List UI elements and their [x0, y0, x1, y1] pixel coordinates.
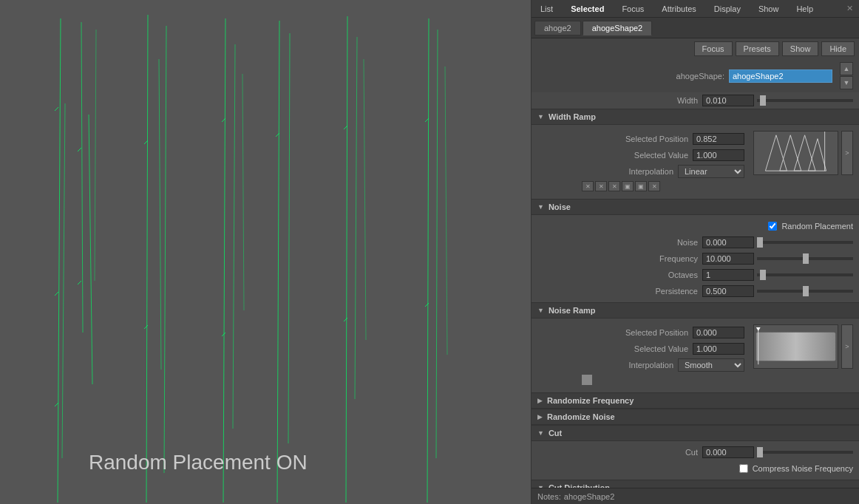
- svg-rect-40: [756, 333, 835, 361]
- noise-ramp-preview: [753, 324, 838, 369]
- width-ramp-section-content: Selected Position Selected Value Interpo…: [532, 125, 859, 199]
- cut-collapse-icon: ▼: [537, 429, 544, 437]
- random-placement-row: Random Placement: [532, 218, 859, 234]
- cut-val-label: Cut: [537, 448, 702, 457]
- status-bar: Notes: ahogeShape2: [532, 488, 859, 504]
- noise-ramp-section-header[interactable]: ▼ Noise Ramp: [532, 302, 859, 319]
- tab-ahoge2[interactable]: ahoge2: [534, 21, 581, 35]
- presets-button[interactable]: Presets: [736, 41, 779, 56]
- noise-ramp-section-content: Selected Position Selected Value Interpo…: [532, 319, 859, 392]
- close-icon[interactable]: ✕: [846, 4, 853, 13]
- viewport: Random Placement ON: [0, 0, 531, 504]
- svg-line-23: [78, 281, 81, 285]
- noise-section-label: Noise: [549, 202, 571, 211]
- ramp-btn-6[interactable]: ✕: [648, 181, 660, 191]
- width-ramp-params: Selected Position Selected Value Interpo…: [537, 131, 750, 193]
- cut-section-header[interactable]: ▼ Cut: [532, 425, 859, 441]
- svg-line-15: [364, 59, 366, 340]
- noise-ramp-pos-label: Selected Position: [543, 328, 693, 337]
- ramp-btn-2[interactable]: ✕: [595, 181, 607, 191]
- arrow-up-icon[interactable]: ▲: [840, 62, 853, 75]
- octaves-input[interactable]: [702, 269, 754, 281]
- frequency-label: Frequency: [537, 254, 702, 263]
- status-notes-label: Notes:: [537, 492, 561, 501]
- svg-line-18: [445, 67, 447, 355]
- width-ramp-val-label: Selected Value: [543, 151, 693, 160]
- randomize-noise-header[interactable]: ▶ Randomize Noise: [532, 409, 859, 425]
- noise-ramp-val-input[interactable]: [693, 343, 744, 355]
- ramp-btn-5[interactable]: ▣: [635, 181, 647, 191]
- width-ramp-label: Width Ramp: [549, 112, 596, 121]
- frequency-slider[interactable]: [757, 257, 853, 260]
- focus-button[interactable]: Focus: [694, 41, 733, 56]
- width-ramp-pos-input[interactable]: [693, 133, 744, 145]
- noise-ramp-svg: [754, 325, 838, 368]
- menu-show[interactable]: Show: [756, 3, 782, 15]
- svg-line-3: [89, 115, 92, 384]
- cut-section-content: Cut Compress Noise Frequency: [532, 441, 859, 480]
- noise-ramp-navigate[interactable]: >: [841, 324, 853, 369]
- menu-selected[interactable]: Selected: [568, 3, 607, 15]
- ramp-btn-1[interactable]: ✕: [582, 181, 594, 191]
- svg-line-13: [346, 16, 347, 503]
- width-slider[interactable]: [757, 99, 853, 102]
- tab-ahogeshape2[interactable]: ahogeShape2: [583, 21, 653, 35]
- svg-line-4: [95, 30, 96, 281]
- persistence-slider[interactable]: [757, 290, 853, 293]
- shape-name-label: ahogeShape:: [658, 72, 724, 81]
- show-button[interactable]: Show: [782, 41, 819, 56]
- menu-help[interactable]: Help: [793, 3, 816, 15]
- cut-distribution-header[interactable]: ▼ Cut Distribution: [532, 480, 859, 488]
- randomize-noise-arrow-icon: ▶: [537, 413, 543, 420]
- width-ramp-interp-select[interactable]: Linear Smooth Spline Step: [678, 165, 744, 178]
- menu-display[interactable]: Display: [711, 3, 744, 15]
- width-ramp-pos-row: Selected Position: [537, 131, 750, 147]
- noise-val-label: Noise: [537, 238, 702, 247]
- width-input[interactable]: [702, 95, 754, 106]
- menu-focus[interactable]: Focus: [619, 3, 647, 15]
- width-ramp-navigate[interactable]: >: [841, 131, 853, 175]
- menu-attributes[interactable]: Attributes: [659, 3, 699, 15]
- panel-content[interactable]: Width ▼ Width Ramp Selected Position: [532, 92, 859, 488]
- persistence-input[interactable]: [702, 285, 754, 297]
- svg-line-2: [62, 103, 65, 458]
- ramp-btn-4[interactable]: ▣: [622, 181, 634, 191]
- width-ramp-val-row: Selected Value: [537, 147, 750, 163]
- noise-ramp-pos-input[interactable]: [693, 327, 744, 338]
- noise-ramp-indicator[interactable]: [582, 375, 592, 385]
- compress-checkbox[interactable]: [739, 464, 748, 473]
- noise-ramp-params: Selected Position Selected Value Interpo…: [537, 324, 750, 386]
- persistence-row: Persistence: [532, 283, 859, 299]
- arrow-down-icon[interactable]: ▼: [840, 76, 853, 89]
- cut-slider[interactable]: [757, 451, 853, 454]
- menu-list[interactable]: List: [537, 3, 556, 15]
- noise-ramp-interp-select[interactable]: Linear Smooth Spline Step: [678, 358, 744, 372]
- cut-val-row: Cut: [532, 444, 859, 460]
- svg-line-17: [436, 30, 438, 458]
- status-notes-value: ahogeShape2: [564, 492, 615, 501]
- noise-ramp-val-label: Selected Value: [543, 344, 693, 353]
- width-ramp-val-input[interactable]: [693, 149, 744, 161]
- svg-line-7: [164, 26, 166, 473]
- noise-slider[interactable]: [757, 241, 853, 244]
- ramp-btn-3[interactable]: ✕: [608, 181, 620, 191]
- frequency-input[interactable]: [702, 253, 754, 265]
- viewport-label: Random Placement ON: [89, 451, 308, 474]
- width-ramp-interp-row: Interpolation Linear Smooth Spline Step: [537, 163, 750, 180]
- menu-bar: List Selected Focus Attributes Display S…: [532, 0, 859, 18]
- randomize-freq-header[interactable]: ▶ Randomize Frequency: [532, 392, 859, 409]
- svg-line-25: [144, 325, 148, 329]
- hide-button[interactable]: Hide: [821, 41, 855, 56]
- shape-name-input[interactable]: [729, 69, 832, 83]
- svg-line-10: [242, 74, 244, 310]
- noise-section-header[interactable]: ▼ Noise: [532, 199, 859, 215]
- noise-ramp-pos-row: Selected Position: [537, 324, 750, 341]
- width-ramp-section-header[interactable]: ▼ Width Ramp: [532, 109, 859, 125]
- svg-line-27: [222, 333, 225, 336]
- noise-val-input[interactable]: [702, 236, 754, 248]
- octaves-slider[interactable]: [757, 273, 853, 276]
- cut-val-input[interactable]: [702, 446, 754, 458]
- random-placement-checkbox[interactable]: [768, 222, 777, 231]
- cut-section-label: Cut: [549, 429, 562, 437]
- random-placement-label: Random Placement: [781, 222, 853, 231]
